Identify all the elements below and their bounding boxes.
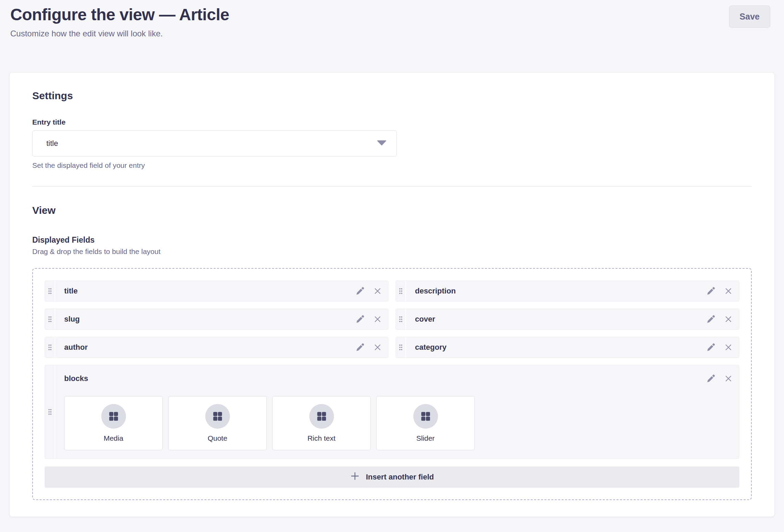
drag-handle-icon[interactable] (396, 309, 406, 329)
grid-icon (309, 404, 334, 429)
blocks-header: blocks (64, 373, 734, 384)
entry-title-select[interactable]: title (32, 130, 397, 157)
entry-title-label: Entry title (32, 118, 752, 126)
edit-field-button[interactable] (355, 314, 365, 324)
drag-handle-icon[interactable] (396, 281, 406, 301)
edit-field-button[interactable] (355, 342, 365, 352)
remove-field-button[interactable] (723, 342, 734, 352)
pencil-icon (355, 287, 365, 296)
remove-field-button[interactable] (723, 314, 734, 324)
save-button[interactable]: Save (729, 5, 770, 28)
content-card: Settings Entry title title Set the displ… (10, 73, 774, 517)
component-card-media[interactable]: Media (64, 396, 163, 450)
remove-field-button[interactable] (372, 314, 383, 324)
edit-field-button[interactable] (705, 373, 716, 384)
field-row-cover: cover (395, 309, 739, 330)
remove-field-button[interactable] (723, 286, 734, 296)
insert-field-button[interactable]: Insert another field (45, 466, 739, 488)
field-row-blocks: blocks (45, 365, 739, 459)
settings-section: Settings Entry title title Set the displ… (32, 90, 752, 170)
pencil-icon (706, 315, 715, 324)
drag-handle-icon[interactable] (45, 281, 55, 301)
displayed-fields-heading: Displayed Fields (32, 235, 752, 245)
close-icon (373, 315, 382, 324)
pencil-icon (355, 343, 365, 352)
close-icon (724, 315, 733, 324)
remove-field-button[interactable] (372, 286, 383, 296)
edit-field-button[interactable] (705, 314, 716, 324)
view-section: View Displayed Fields Drag & drop the fi… (32, 205, 752, 500)
components-list: Media Quote (64, 396, 734, 450)
edit-field-button[interactable] (355, 286, 365, 296)
displayed-fields-subtitle: Drag & drop the fields to build the layo… (32, 247, 752, 256)
page-title: Configure the view — Article (10, 5, 229, 25)
fields-dropzone: title description (32, 268, 752, 500)
field-label: category (415, 343, 447, 352)
field-row-author: author (45, 337, 389, 358)
edit-field-button[interactable] (705, 286, 716, 296)
component-card-slider[interactable]: Slider (376, 396, 475, 450)
close-icon (724, 343, 733, 352)
grid-icon (101, 404, 126, 429)
field-label: author (64, 343, 88, 352)
page-header-text: Configure the view — Article Customize h… (10, 5, 229, 38)
remove-field-button[interactable] (372, 342, 383, 352)
component-label: Slider (416, 434, 435, 442)
component-label: Quote (208, 434, 227, 442)
entry-title-hint: Set the displayed field of your entry (32, 161, 752, 170)
pencil-icon (706, 343, 715, 352)
close-icon (373, 343, 382, 352)
pencil-icon (706, 374, 715, 383)
section-divider (32, 186, 752, 187)
pencil-icon (355, 315, 365, 324)
drag-handle-icon[interactable] (45, 365, 55, 459)
component-card-rich-text[interactable]: Rich text (272, 396, 371, 450)
drag-handle-icon[interactable] (396, 337, 406, 358)
grid-icon (205, 404, 230, 429)
component-label: Media (104, 434, 123, 442)
view-heading: View (32, 205, 752, 216)
field-row-description: description (395, 280, 739, 302)
plus-icon (350, 471, 360, 483)
field-label: description (415, 287, 456, 296)
chevron-down-icon (377, 140, 386, 147)
edit-field-button[interactable] (705, 342, 716, 352)
close-icon (373, 287, 382, 296)
fields-grid: title description (45, 280, 739, 459)
drag-handle-icon[interactable] (45, 337, 55, 358)
field-label: blocks (64, 374, 88, 383)
insert-field-button-label: Insert another field (366, 473, 434, 482)
grid-icon (413, 404, 438, 429)
component-label: Rich text (308, 434, 336, 442)
field-row-category: category (395, 337, 739, 358)
entry-title-select-value: title (46, 139, 58, 148)
field-label: cover (415, 315, 435, 324)
close-icon (724, 374, 733, 383)
page-header: Configure the view — Article Customize h… (0, 0, 784, 38)
close-icon (724, 287, 733, 296)
pencil-icon (706, 287, 715, 296)
settings-heading: Settings (32, 90, 752, 102)
field-row-title: title (45, 280, 389, 302)
blocks-content: blocks (55, 365, 739, 459)
component-card-quote[interactable]: Quote (168, 396, 267, 450)
page-subtitle: Customize how the edit view will look li… (10, 29, 229, 39)
field-label: slug (64, 315, 80, 324)
field-label: title (64, 287, 78, 296)
field-row-slug: slug (45, 309, 389, 330)
drag-handle-icon[interactable] (45, 309, 55, 329)
remove-field-button[interactable] (723, 373, 734, 384)
